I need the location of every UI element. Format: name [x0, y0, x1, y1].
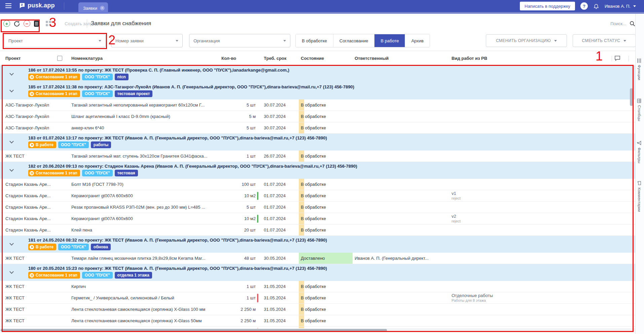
cell-nomenclature: Кирпич: [71, 281, 216, 292]
header-divider: [629, 56, 629, 61]
request-number-filter-select[interactable]: Номер заявки: [111, 34, 183, 47]
request-group-row[interactable]: 183 от 01.07.2024 13:17 по проекту: ЖК Т…: [0, 134, 635, 151]
request-item-row[interactable]: Стадион Казань Аре...Клей пена20 шт01.07…: [0, 224, 635, 236]
request-item-row[interactable]: Стадион Казань Аре...Керамогранит gt007A…: [0, 213, 635, 224]
cell-project: Стадион Казань Аре...: [0, 190, 57, 201]
chevron-down-icon: [554, 40, 557, 42]
request-item-row[interactable]: ЖК ТЕСТГерметик_ / Универсальный, силико…: [0, 292, 635, 304]
cell-quantity: 1 шт: [216, 281, 256, 292]
cell-spacer: [57, 304, 71, 315]
status-tab-v-rabote[interactable]: В работе: [374, 34, 405, 47]
organization-filter-select[interactable]: Организация: [189, 34, 290, 47]
request-item-row[interactable]: АЗС-Таганрог-ЛукойлШланг ацетиленовый I …: [0, 111, 635, 122]
group-title: 181 от 24.05.2024 08:32 по проекту: ЖК Т…: [28, 238, 635, 243]
request-group-row[interactable]: 181 от 24.05.2024 08:32 по проекту: ЖК Т…: [0, 236, 635, 253]
column-work-type: Вид работ из РВ: [450, 56, 551, 61]
badge-label: ntcn: [117, 75, 126, 79]
chevron-down-icon[interactable]: [9, 88, 14, 92]
add-widget-icon[interactable]: [45, 20, 51, 27]
chevron-down-icon[interactable]: [9, 167, 14, 172]
cell-qty-indicator: [256, 292, 262, 303]
chevron-down-icon[interactable]: [9, 269, 14, 274]
app-logo[interactable]: pusk.app: [19, 2, 55, 9]
cell-quantity: 5 шт: [216, 122, 256, 133]
cell-due-date: 31.05.2024: [262, 281, 299, 292]
organization-placeholder: Организация: [193, 38, 220, 43]
badge-label: тестовая: [117, 171, 135, 175]
request-item-row[interactable]: ЖК ТЕСТТемари лайм глянец мозаичная плит…: [0, 253, 635, 264]
change-status-button[interactable]: СМЕНИТЬ СТАТУС: [573, 34, 636, 47]
hamburger-menu-icon[interactable]: [5, 3, 11, 8]
request-item-row[interactable]: Стадион Казань Аре...Болт М16 (ГОСТ 7798…: [0, 179, 635, 190]
cell-nomenclature: Резак пропановый KRASS Р3П-02М (вен. рез…: [71, 202, 216, 213]
request-item-row[interactable]: АЗС-Таганрог-ЛукойлТаганай элегантный не…: [0, 99, 635, 111]
cell-work-type: [450, 111, 551, 122]
cell-status: Доставлено: [299, 253, 353, 264]
tab-close-icon[interactable]: ✕: [100, 6, 105, 10]
comments-column-icon[interactable]: [614, 55, 620, 61]
horizontal-scrollbar[interactable]: [0, 328, 635, 332]
group-badges: В работеООО "ПУСК"работы: [28, 141, 635, 148]
top-navbar: pusk.app Заявки ✕ Написать в поддержку ?…: [0, 0, 644, 12]
sidebar-item-comments[interactable]: Комментарии: [637, 181, 641, 212]
chevron-down-icon[interactable]: [9, 71, 14, 76]
badge-label: В работе: [36, 245, 53, 249]
journal-icon[interactable]: [34, 20, 39, 27]
refresh-icon[interactable]: [13, 20, 20, 27]
request-group-row[interactable]: 186 от 17.07.2024 13:55 по проекту: ЖК Т…: [0, 66, 635, 83]
request-item-row[interactable]: АЗС-Таганрог-Лукойланкер-клин 6*405 шт30…: [0, 122, 635, 134]
request-item-row[interactable]: ЖК ТЕСТЛента стеклотканевая самоклеящаяс…: [0, 315, 635, 327]
cell-nomenclature: Темари лайм глянец мозаичная плитка 29,8…: [71, 253, 216, 264]
cell-qty-indicator: [256, 281, 262, 292]
status-tab-arhiv[interactable]: Архив: [405, 34, 429, 47]
status-tab-soglasovanie[interactable]: Согласование: [333, 34, 374, 47]
chevron-down-icon[interactable]: [9, 139, 14, 143]
play-icon: [30, 143, 34, 147]
cell-due-date: 31.05.2024: [262, 292, 299, 303]
request-item-row[interactable]: Стадион Казань Аре...Керамогранит gt007A…: [0, 190, 635, 202]
chevron-down-icon: [623, 40, 626, 42]
request-group-row[interactable]: 185 от 17.07.2024 11:38 по проекту: АЗС-…: [0, 83, 635, 99]
help-icon[interactable]: ?: [580, 2, 588, 10]
project-filter-select[interactable]: Проект: [4, 34, 106, 47]
support-button[interactable]: Написать в поддержку: [520, 2, 575, 10]
request-group-row[interactable]: 180 от 20.05.2024 15:23 по проекту: ЖК Т…: [0, 264, 635, 281]
sidebar-item-label: Фильтры: [637, 148, 641, 163]
request-item-row[interactable]: ЖК ТЕСТЛента стеклотканевая самоклеящаяс…: [0, 304, 635, 315]
cell-work-type: [450, 179, 551, 190]
search-control[interactable]: Поиск...: [610, 14, 635, 33]
status-tab-v-obrabotke[interactable]: В обработке: [296, 34, 333, 47]
request-item-row[interactable]: ЖК ТЕСТТаганай элегантный мат. ступень 3…: [0, 151, 635, 162]
add-circle-icon[interactable]: +: [3, 20, 10, 27]
request-item-row[interactable]: Стадион Казань Аре...Резак пропановый KR…: [0, 202, 635, 213]
tab-zayavki[interactable]: Заявки ✕: [78, 2, 108, 14]
cell-nomenclature: Болт М16 (ГОСТ 7798-70): [71, 179, 216, 190]
cell-status: В обработке: [299, 111, 353, 122]
chevron-down-icon: [633, 5, 636, 7]
cell-due-date: 26.07.2024: [262, 151, 299, 162]
horizontal-scrollbar-thumb[interactable]: [1, 329, 387, 331]
toolbar: + − Создать запрос Заявки для снабжения …: [0, 14, 644, 33]
request-item-row[interactable]: ЖК ТЕСТКирпич1 шт31.05.2024В обработке: [0, 281, 635, 292]
group-content: 180 от 20.05.2024 15:23 по проекту: ЖК Т…: [28, 264, 635, 279]
bell-icon[interactable]: [593, 3, 599, 9]
vertical-scrollbar-thumb[interactable]: [630, 88, 633, 106]
table-header: Проект Номенклатура Кол-во Треб. срок Со…: [0, 51, 635, 66]
badge-label: тестовая проект: [117, 91, 150, 96]
cell-qty-indicator: [256, 179, 262, 190]
cell-project: ЖК ТЕСТ: [0, 253, 57, 264]
user-menu[interactable]: Иванов А. П.: [605, 4, 636, 9]
cell-work-type: [450, 281, 551, 292]
status-label: В обработке: [301, 227, 326, 233]
request-group-row[interactable]: 182 от 20.06.2024 09:13 по проекту: Стад…: [0, 162, 635, 179]
group-content: 181 от 24.05.2024 08:32 по проекту: ЖК Т…: [28, 236, 635, 250]
column-quantity: Кол-во: [216, 56, 256, 61]
remove-circle-icon[interactable]: −: [24, 20, 30, 27]
change-organization-button[interactable]: СМЕНИТЬ ОРГАНИЗАЦИЮ: [486, 34, 567, 47]
sidebar-item-functions[interactable]: Функции: [637, 59, 641, 80]
sidebar-item-columns[interactable]: Столбцы: [637, 99, 641, 121]
select-all-checkbox[interactable]: [57, 56, 62, 61]
chevron-down-icon[interactable]: [9, 241, 14, 246]
sidebar-item-filters[interactable]: Фильтры: [637, 141, 641, 163]
cell-qty-indicator: [256, 111, 262, 122]
